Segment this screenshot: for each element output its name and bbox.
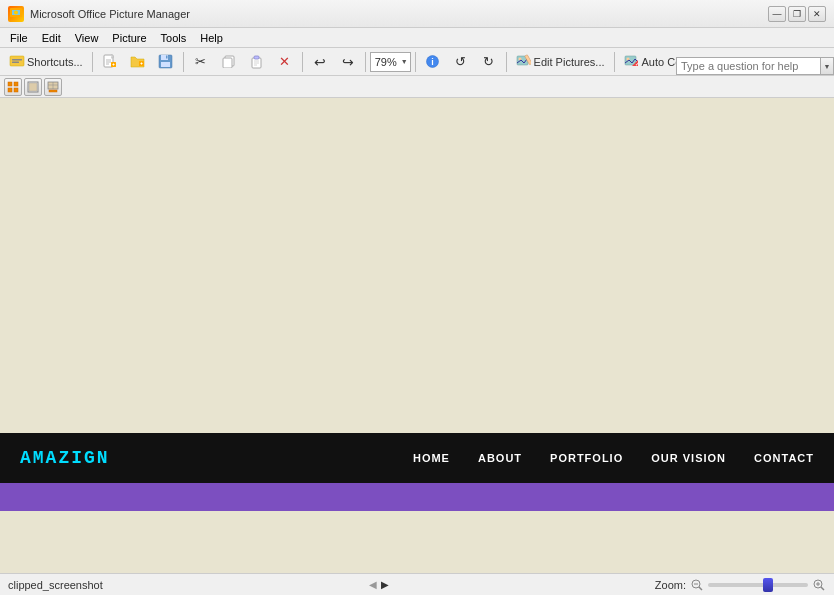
window-title: Microsoft Office Picture Manager <box>30 8 190 20</box>
zoom-label: Zoom: <box>655 579 686 591</box>
copy-button[interactable] <box>216 51 242 73</box>
maximize-button[interactable]: ❐ <box>788 6 806 22</box>
separator-6 <box>506 52 507 72</box>
redo-icon: ↪ <box>340 54 356 70</box>
paste-icon <box>249 54 265 70</box>
separator-4 <box>365 52 366 72</box>
svg-point-2 <box>14 10 18 14</box>
zoom-box: 79% ▼ <box>370 52 411 72</box>
nav-bar: AMAZIGN HOME ABOUT PORTFOLIO OUR VISION … <box>0 433 834 483</box>
delete-button[interactable]: ✕ <box>272 51 298 73</box>
separator-5 <box>415 52 416 72</box>
save-button[interactable] <box>153 51 179 73</box>
status-filename: clipped_screenshot <box>8 579 103 591</box>
zoom-controls: Zoom: <box>655 578 826 592</box>
nav-arrows: ◀ ▶ <box>369 579 389 590</box>
shortcuts-button[interactable]: Shortcuts... <box>4 51 88 73</box>
rotate-right-button[interactable]: ↻ <box>476 51 502 73</box>
rotate-left-button[interactable]: ↺ <box>448 51 474 73</box>
new-button[interactable] <box>97 51 123 73</box>
prev-arrow[interactable]: ◀ <box>369 579 377 590</box>
content-below <box>0 511 834 571</box>
svg-line-51 <box>821 587 824 590</box>
zoom-dropdown[interactable]: ▼ <box>401 58 408 65</box>
nav-portfolio[interactable]: PORTFOLIO <box>550 452 623 464</box>
minimize-button[interactable]: — <box>768 6 786 22</box>
svg-line-47 <box>699 587 702 590</box>
svg-rect-40 <box>29 83 37 91</box>
cut-button[interactable]: ✂ <box>188 51 214 73</box>
svg-rect-19 <box>166 56 168 59</box>
separator-3 <box>302 52 303 72</box>
nav-about[interactable]: ABOUT <box>478 452 522 464</box>
svg-text:✓: ✓ <box>635 61 639 67</box>
status-bar: clipped_screenshot ◀ ▶ Zoom: <box>0 573 834 595</box>
brand-logo: AMAZIGN <box>20 448 110 468</box>
next-arrow[interactable]: ▶ <box>381 579 389 590</box>
menu-picture[interactable]: Picture <box>106 31 152 45</box>
info-button[interactable]: i <box>420 51 446 73</box>
svg-rect-5 <box>12 61 19 63</box>
nav-vision[interactable]: OUR VISION <box>651 452 726 464</box>
shortcuts-label: Shortcuts... <box>27 56 83 68</box>
nav-home[interactable]: HOME <box>413 452 450 464</box>
zoom-in-button[interactable] <box>812 578 826 592</box>
help-input[interactable] <box>676 57 821 75</box>
shortcuts-icon <box>9 54 25 70</box>
edit-pictures-icon <box>516 54 532 70</box>
undo-button[interactable]: ↩ <box>307 51 333 73</box>
svg-rect-23 <box>254 56 259 59</box>
menu-help[interactable]: Help <box>194 31 229 45</box>
nav-contact[interactable]: CONTACT <box>754 452 814 464</box>
menu-view[interactable]: View <box>69 31 105 45</box>
svg-rect-37 <box>8 88 12 92</box>
cut-icon: ✂ <box>193 54 209 70</box>
menu-bar: File Edit View Picture Tools Help <box>0 28 834 48</box>
open-folder-icon <box>130 54 146 70</box>
help-dropdown-arrow[interactable]: ▼ <box>821 57 834 75</box>
svg-rect-4 <box>12 59 22 61</box>
purple-strip <box>0 483 834 511</box>
new-icon <box>102 54 118 70</box>
auto-correct-icon: ✓ <box>624 54 640 70</box>
title-bar-left: Microsoft Office Picture Manager <box>8 6 190 22</box>
info-icon: i <box>425 54 441 70</box>
undo-icon: ↩ <box>312 54 328 70</box>
zoom-out-button[interactable] <box>690 578 704 592</box>
menu-file[interactable]: File <box>4 31 34 45</box>
separator-2 <box>183 52 184 72</box>
delete-icon: ✕ <box>277 54 293 70</box>
window-controls: — ❐ ✕ <box>768 6 826 22</box>
tb2-btn3[interactable] <box>44 78 62 96</box>
rotate-left-icon: ↺ <box>453 54 469 70</box>
save-icon <box>158 54 174 70</box>
svg-rect-3 <box>10 56 24 66</box>
open-folder-button[interactable] <box>125 51 151 73</box>
title-bar: Microsoft Office Picture Manager — ❐ ✕ <box>0 0 834 28</box>
menu-edit[interactable]: Edit <box>36 31 67 45</box>
rotate-right-icon: ↻ <box>481 54 497 70</box>
edit-pictures-button[interactable]: Edit Pictures... <box>511 51 610 73</box>
svg-rect-35 <box>8 82 12 86</box>
separator-1 <box>92 52 93 72</box>
menu-tools[interactable]: Tools <box>155 31 193 45</box>
separator-7 <box>614 52 615 72</box>
zoom-slider-thumb[interactable] <box>763 578 773 592</box>
website-preview: AMAZIGN HOME ABOUT PORTFOLIO OUR VISION … <box>0 433 834 573</box>
zoom-value: 79% <box>373 56 399 68</box>
tb2-btn1[interactable] <box>4 78 22 96</box>
zoom-slider-track[interactable] <box>708 583 808 587</box>
svg-rect-38 <box>14 88 18 92</box>
svg-rect-44 <box>49 90 57 92</box>
tb2-btn2[interactable] <box>24 78 42 96</box>
app-icon <box>8 6 24 22</box>
edit-pictures-label: Edit Pictures... <box>534 56 605 68</box>
svg-rect-18 <box>161 62 170 67</box>
redo-button[interactable]: ↪ <box>335 51 361 73</box>
close-button[interactable]: ✕ <box>808 6 826 22</box>
svg-rect-21 <box>223 58 232 68</box>
copy-icon <box>221 54 237 70</box>
paste-button[interactable] <box>244 51 270 73</box>
help-box: ▼ <box>676 56 834 76</box>
toolbar2 <box>0 76 834 98</box>
